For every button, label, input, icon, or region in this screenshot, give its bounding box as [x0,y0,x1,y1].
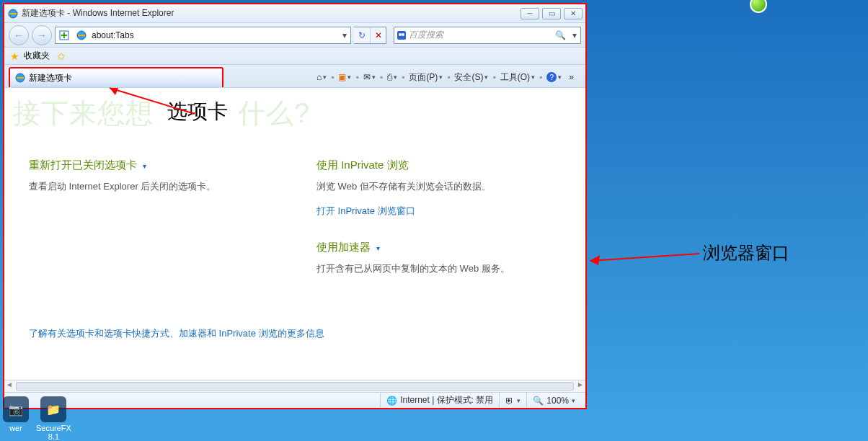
reopen-section: 重新打开已关闭选项卡 ▾ 查看启动 Internet Explorer 后关闭的… [29,159,273,277]
feeds-button[interactable]: ▣▾ [335,69,354,85]
address-text[interactable]: about:Tabs [90,30,339,40]
tab-label: 新建选项卡 [29,72,72,84]
ie-window: 新建选项卡 - Windows Internet Explorer ─ ▭ ✕ … [3,3,587,409]
tray-orb-icon [750,0,767,13]
learn-more-link[interactable]: 了解有关选项卡和选项卡快捷方式、加速器和 InPrivate 浏览的更多信息 [29,327,324,340]
search-go-button[interactable]: 🔍 [552,30,569,40]
forward-button[interactable]: → [32,25,52,45]
search-provider-icon[interactable] [394,30,409,40]
refresh-button[interactable]: ↻ [354,27,370,43]
desktop-icon-securefx[interactable]: 📁 SecureFX 8.1 [36,396,71,441]
title-bar: 新建选项卡 - Windows Internet Explorer ─ ▭ ✕ [4,4,585,23]
tab-toolbar-row: 新建选项卡 ⌂▾ ▪ ▣▾ ▪ ✉▾ ▪ ⎙▾ ▪ 页面(P) ▾ ▪ 安全(S… [4,65,585,88]
svg-marker-10 [590,255,600,265]
page-heading: 接下来您想选项卡什么? [13,95,310,132]
globe-icon: 🌐 [386,396,397,406]
inprivate-desc: 浏览 Web 但不存储有关浏览会话的数据。 [316,179,561,195]
protected-mode-icon[interactable]: ⛨▾ [499,393,526,408]
zoom-icon: 🔍 [533,396,544,406]
shield-off-icon: ⛨ [505,396,514,406]
favorites-label[interactable]: 收藏夹 [24,50,50,62]
accel-desc: 打开含有已从网页中复制的文本的 Web 服务。 [316,262,561,277]
tab-new[interactable]: 新建选项卡 [9,67,223,87]
favorites-bar: ★ 收藏夹 ✩ [4,48,585,65]
search-box[interactable]: 百度搜索 🔍 ▾ [394,27,581,44]
annotation-arrow-window [584,216,707,274]
inprivate-open-link[interactable]: 打开 InPrivate 浏览窗口 [316,205,415,218]
mail-icon: ✉ [363,72,371,82]
maximize-button[interactable]: ▭ [542,8,561,19]
navigation-bar: ← → about:Tabs ▾ ↻ ✕ 百度搜索 🔍 ▾ [4,23,585,48]
reopen-title[interactable]: 重新打开已关闭选项卡 ▾ [29,159,273,172]
chevron-down-icon: ▾ [143,162,146,170]
print-icon: ⎙ [387,72,392,82]
inprivate-section: 使用 InPrivate 浏览 浏览 Web 但不存储有关浏览会话的数据。 打开… [316,159,561,218]
svg-point-4 [399,33,402,36]
status-bar: 🌐 Internet | 保护模式: 禁用 ⛨▾ 🔍 100% ▾ [4,392,585,408]
zoom-control[interactable]: 🔍 100% ▾ [526,393,581,408]
home-button[interactable]: ⌂▾ [314,69,329,85]
security-zone[interactable]: 🌐 Internet | 保护模式: 禁用 [380,393,499,408]
help-button[interactable]: ?▾ [544,69,564,85]
svg-point-5 [402,33,404,36]
command-toolbar: ⌂▾ ▪ ▣▾ ▪ ✉▾ ▪ ⎙▾ ▪ 页面(P) ▾ ▪ 安全(S) ▾ ▪ … [223,67,581,87]
inprivate-title: 使用 InPrivate 浏览 [316,159,561,172]
favorites-star-icon[interactable]: ★ [10,50,19,62]
chevron-down-icon: ▾ [376,244,380,252]
safety-menu[interactable]: 安全(S) ▾ [451,69,491,85]
accelerator-section: 使用加速器 ▾ 打开含有已从网页中复制的文本的 Web 服务。 [316,241,561,277]
svg-rect-3 [397,31,406,40]
page-ie-icon [74,30,89,40]
print-button[interactable]: ⎙▾ [384,69,400,85]
reopen-desc: 查看启动 Internet Explorer 后关闭的选项卡。 [29,179,273,195]
tab-ie-icon [14,72,26,84]
address-dropdown[interactable]: ▾ [339,30,350,40]
window-title: 新建选项卡 - Windows Internet Explorer [22,7,521,19]
address-bar[interactable]: about:Tabs ▾ [55,27,351,44]
add-favorite-icon[interactable]: ✩ [57,50,66,62]
tools-menu[interactable]: 工具(O) ▾ [497,69,538,85]
toolbar-overflow[interactable]: » [566,69,577,85]
search-placeholder: 百度搜索 [409,29,552,41]
stop-button[interactable]: ✕ [370,27,386,43]
compat-view-icon[interactable] [57,30,71,40]
annotation-tab-label: 选项卡 [167,98,228,125]
app-icon: 📁 [40,396,66,422]
ie-logo-icon [7,8,19,19]
close-button[interactable]: ✕ [564,8,583,19]
app-icon: 📷 [3,396,29,422]
mail-button[interactable]: ✉▾ [360,69,378,85]
minimize-button[interactable]: ─ [521,8,539,19]
home-icon: ⌂ [316,72,322,82]
page-menu[interactable]: 页面(P) ▾ [406,69,446,85]
search-dropdown[interactable]: ▾ [569,30,580,40]
annotation-window-label: 浏览器窗口 [703,241,789,264]
desktop-icons: 📷 wer 📁 SecureFX 8.1 [3,396,71,441]
page-content: 接下来您想选项卡什么? 重新打开已关闭选项卡 ▾ 查看启动 Internet E… [4,88,585,380]
svg-line-9 [590,254,699,261]
desktop-icon-viewer[interactable]: 📷 wer [3,396,29,441]
accel-title[interactable]: 使用加速器 ▾ [316,241,561,254]
help-icon: ? [546,72,557,82]
rss-icon: ▣ [338,72,346,82]
back-button[interactable]: ← [9,25,29,45]
horizontal-scrollbar[interactable] [4,380,585,392]
